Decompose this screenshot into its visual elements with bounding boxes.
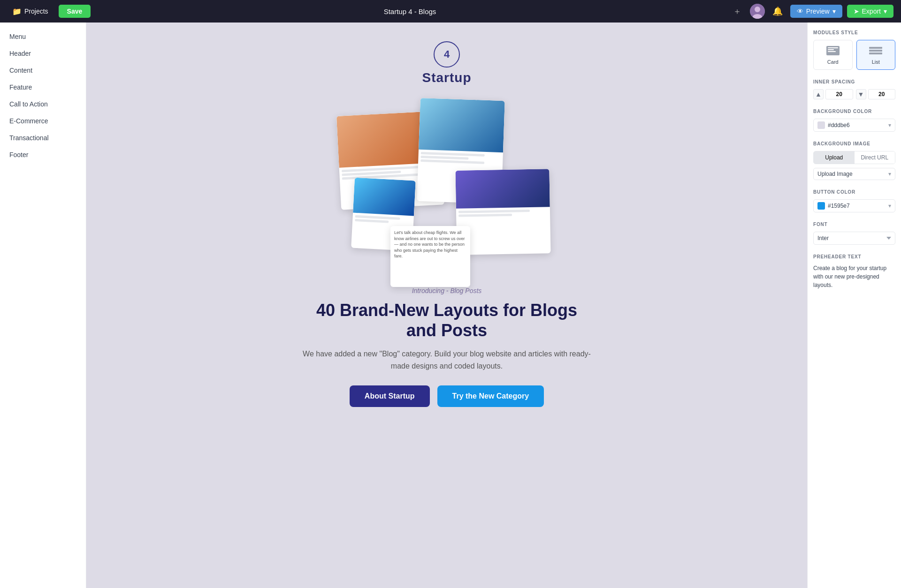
preview-container: 4 Startup (236, 41, 658, 407)
card-style-option[interactable]: Card (813, 40, 853, 70)
notification-icon-button[interactable]: 🔔 (770, 3, 786, 19)
main-content: 4 Startup (86, 23, 807, 588)
bg-color-value: #dddbe6 (828, 122, 886, 128)
modules-style-section: MODULES STYLE Card (813, 30, 895, 70)
try-category-button[interactable]: Try the New Category (437, 385, 544, 407)
export-arrow-icon: ➤ (854, 8, 859, 15)
bg-image-tabs: Upload Direct URL (813, 151, 895, 164)
font-section: FONT Inter Roboto Open Sans Lato Montser… (813, 222, 895, 245)
preheader-section: PREHEADER TEXT Create a blog for your st… (813, 254, 895, 289)
svg-point-1 (755, 7, 760, 12)
spacing-down-group: ▼ 20 (856, 89, 896, 99)
bg-color-section: BACKGROUND COLOR #dddbe6 ▾ (813, 109, 895, 132)
sidebar-item-menu[interactable]: Menu (0, 28, 86, 45)
collage-image-5: Let's talk about cheap flights. We all k… (390, 226, 470, 287)
avatar (750, 4, 765, 19)
projects-button[interactable]: 📁 Projects (8, 4, 53, 19)
bg-image-section: BACKGROUND IMAGE Upload Direct URL Uploa… (813, 141, 895, 180)
top-nav: 📁 Projects Save Startup 4 - Blogs ＋ 🔔 👁 … (0, 0, 901, 23)
list-style-option[interactable]: List (856, 40, 896, 70)
preheader-text: Create a blog for your startup with our … (813, 264, 895, 289)
export-label: Export (862, 8, 881, 15)
list-icon (868, 45, 883, 56)
spacing-up-value: 20 (825, 89, 853, 99)
content-section: Introducing - Blog Posts 40 Brand-New La… (301, 287, 592, 407)
spacing-up-arrow[interactable]: ▲ (813, 89, 824, 99)
sidebar-item-transactional[interactable]: Transactional (0, 129, 86, 146)
save-button[interactable]: Save (59, 5, 91, 18)
chevron-down-icon-export: ▾ (884, 8, 887, 15)
sidebar-item-cta[interactable]: Call to Action (0, 96, 86, 113)
nav-left: 📁 Projects Save (8, 4, 91, 19)
about-startup-button[interactable]: About Startup (350, 385, 430, 407)
nav-right: ＋ 🔔 👁 Preview ▾ ➤ Export ▾ (729, 3, 893, 19)
inner-spacing-label: INNER SPACING (813, 79, 895, 84)
spacing-up-group: ▲ 20 (813, 89, 853, 99)
spacing-down-arrow[interactable]: ▼ (856, 89, 866, 99)
preview-button[interactable]: 👁 Preview ▾ (790, 5, 842, 18)
button-color-chevron: ▾ (888, 203, 891, 209)
eye-icon: 👁 (797, 8, 803, 15)
bg-image-label: BACKGROUND IMAGE (813, 141, 895, 146)
startup-name: Startup (422, 70, 472, 85)
upload-chevron: ▾ (888, 171, 891, 177)
export-button[interactable]: ➤ Export ▾ (847, 5, 893, 18)
sidebar-item-content[interactable]: Content (0, 62, 86, 79)
intro-label: Introducing - Blog Posts (301, 287, 592, 294)
font-label: FONT (813, 222, 895, 227)
button-color-label: BUTTON COLOR (813, 189, 895, 195)
upload-image-row[interactable]: Upload Image ▾ (813, 168, 895, 180)
folder-icon: 📁 (12, 7, 22, 16)
sub-text: We have added a new "Blog" category. Bui… (301, 348, 592, 372)
page-title: Startup 4 - Blogs (384, 8, 436, 15)
module-style-grid: Card List (813, 40, 895, 70)
add-icon-button[interactable]: ＋ (729, 3, 745, 19)
main-layout: Menu Header Content Feature Call to Acti… (0, 23, 901, 588)
upload-tab[interactable]: Upload (814, 151, 855, 164)
startup-circle: 4 (434, 41, 460, 68)
sidebar: Menu Header Content Feature Call to Acti… (0, 23, 86, 588)
projects-label: Projects (24, 8, 48, 15)
upload-image-label: Upload Image (817, 171, 886, 177)
bg-color-swatch (817, 121, 825, 129)
preview-label: Preview (806, 8, 830, 15)
button-color-swatch (817, 202, 825, 210)
spacing-row: ▲ 20 ▼ 20 (813, 89, 895, 99)
bg-color-label: BACKGROUND COLOR (813, 109, 895, 114)
cta-buttons: About Startup Try the New Category (301, 385, 592, 407)
spacing-down-value: 20 (868, 89, 896, 99)
card-icon (825, 45, 840, 56)
blog-collage: Let's talk about cheap flights. We all k… (334, 95, 559, 273)
preheader-label: PREHEADER TEXT (813, 254, 895, 259)
button-color-section: BUTTON COLOR #1595e7 ▾ (813, 189, 895, 212)
bg-color-picker[interactable]: #dddbe6 ▾ (813, 119, 895, 132)
bg-color-chevron: ▾ (888, 122, 891, 128)
startup-logo: 4 Startup (422, 41, 472, 85)
chevron-down-icon: ▾ (832, 8, 836, 15)
inner-spacing-section: INNER SPACING ▲ 20 ▼ 20 (813, 79, 895, 99)
button-color-value: #1595e7 (828, 203, 886, 209)
sidebar-item-header[interactable]: Header (0, 45, 86, 62)
main-heading: 40 Brand-New Layouts for Blogs and Posts (301, 300, 592, 340)
sidebar-item-ecommerce[interactable]: E-Commerce (0, 113, 86, 129)
list-label: List (872, 59, 880, 65)
direct-url-tab[interactable]: Direct URL (855, 151, 895, 164)
right-panel: MODULES STYLE Card (807, 23, 901, 588)
sidebar-item-footer[interactable]: Footer (0, 146, 86, 163)
modules-style-label: MODULES STYLE (813, 30, 895, 35)
card-label: Card (827, 59, 839, 65)
font-select[interactable]: Inter Roboto Open Sans Lato Montserrat (813, 232, 895, 245)
button-color-picker[interactable]: #1595e7 ▾ (813, 199, 895, 212)
sidebar-item-feature[interactable]: Feature (0, 79, 86, 96)
